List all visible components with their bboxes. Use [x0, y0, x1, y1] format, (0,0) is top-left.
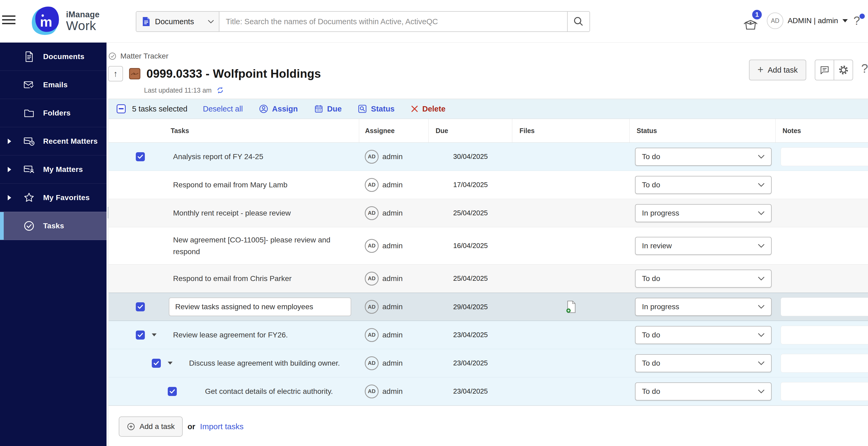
task-title-input[interactable] [169, 297, 351, 316]
user-menu-caret-icon[interactable] [842, 19, 848, 22]
select-all-checkbox[interactable] [117, 104, 126, 114]
chevron-down-icon [758, 244, 765, 248]
assignee-avatar: AD [365, 356, 379, 370]
files-cell [512, 264, 630, 292]
selected-count-label: 5 tasks selected [132, 104, 187, 114]
search-input[interactable] [219, 12, 567, 31]
sidebar-item-tasks[interactable]: Tasks [0, 212, 106, 240]
sidebar-item-label: Tasks [43, 222, 64, 230]
search-scope-dropdown[interactable]: Documents [136, 12, 219, 31]
delete-button[interactable]: Delete [410, 104, 445, 114]
status-dropdown[interactable]: To do [635, 354, 772, 372]
due-date[interactable]: 23/04/2025 [429, 321, 512, 349]
page-help-button[interactable]: ? [861, 61, 868, 75]
due-button[interactable]: Due [314, 104, 342, 114]
task-title[interactable]: Respond to email from Mary Lamb [173, 179, 287, 191]
status-dropdown[interactable]: To do [635, 148, 772, 166]
task-title[interactable]: Monthly rent receipt - please review [173, 207, 291, 219]
notes-input[interactable] [781, 326, 868, 344]
task-title[interactable]: Discuss lease agreement with building ow… [189, 357, 340, 369]
sidebar-item-recent-matters[interactable]: Recent Matters [0, 127, 106, 155]
notification-badge: 1 [751, 9, 763, 20]
due-date[interactable]: 16/04/2025 [429, 227, 512, 264]
status-dropdown[interactable]: To do [635, 382, 772, 401]
due-date[interactable]: 23/04/2025 [429, 349, 512, 377]
sidebar-item-folders[interactable]: Folders [0, 99, 106, 127]
notes-input[interactable] [781, 148, 868, 166]
add-task-button[interactable]: + Add task [749, 60, 806, 81]
files-cell [512, 227, 630, 264]
assign-button[interactable]: Assign [259, 104, 298, 114]
status-dropdown[interactable]: In review [635, 237, 772, 255]
task-title[interactable]: Analysis report of FY 24-25 [173, 151, 263, 162]
chevron-down-icon [758, 155, 765, 159]
task-title[interactable]: New agreement [CO-11005]- please review … [173, 234, 343, 257]
notes-input[interactable] [781, 354, 868, 373]
hamburger-menu-icon[interactable] [2, 15, 16, 27]
add-file-icon[interactable] [566, 300, 577, 313]
assignee-name: admin [382, 153, 403, 161]
assignee-cell: AD admin [359, 199, 429, 227]
collapse-caret-icon[interactable] [168, 362, 173, 364]
status-dropdown[interactable]: To do [635, 269, 772, 288]
sidebar-item-label: My Favorites [43, 193, 90, 202]
assignee-avatar: AD [365, 272, 379, 286]
status-dropdown[interactable]: In progress [635, 298, 772, 316]
notes-input[interactable] [781, 382, 868, 401]
topbar-user-cluster: 1 AD ADMIN | admin ? [743, 9, 864, 32]
status-dropdown[interactable]: To do [635, 176, 772, 194]
due-date[interactable]: 23/04/2025 [429, 377, 512, 405]
search-button[interactable] [567, 12, 589, 31]
comments-button[interactable] [815, 60, 834, 80]
sidebar-item-emails[interactable]: Emails [0, 71, 106, 99]
assignee-avatar: AD [365, 300, 379, 314]
status-button[interactable]: Status [358, 104, 395, 114]
status-value: To do [642, 274, 758, 283]
header-tools [815, 60, 853, 81]
assignee-name: admin [382, 359, 403, 368]
notes-input[interactable] [781, 297, 868, 316]
status-value: In progress [642, 302, 758, 311]
status-dropdown[interactable]: To do [635, 326, 772, 344]
sidebar-item-label: My Matters [43, 165, 83, 174]
notes-cell [776, 171, 868, 199]
settings-button[interactable] [834, 60, 852, 80]
notes-cell [776, 349, 868, 377]
due-date[interactable]: 25/04/2025 [429, 199, 512, 227]
row-checkbox[interactable] [136, 302, 145, 311]
task-row: Review lease agreement for FY26. AD admi… [108, 321, 868, 349]
task-row: AD admin 29/04/2025 In progress [108, 293, 868, 321]
sidebar-item-my-matters[interactable]: My Matters [0, 155, 106, 184]
row-checkbox[interactable] [136, 152, 145, 161]
status-dropdown[interactable]: In progress [635, 204, 772, 222]
due-date[interactable]: 29/04/2025 [429, 293, 512, 321]
sidebar-item-my-favorites[interactable]: My Favorites [0, 184, 106, 212]
document-icon [22, 50, 36, 63]
task-row: Discuss lease agreement with building ow… [108, 349, 868, 377]
task-title[interactable]: Get contact details of electric authorit… [205, 386, 333, 397]
import-tasks-link[interactable]: Import tasks [200, 422, 243, 431]
page-title: 0999.0333 - Wolfpoint Holdings [147, 67, 321, 81]
whats-new-button[interactable]: 1 [743, 9, 761, 32]
task-title[interactable]: Review lease agreement for FY26. [173, 329, 288, 341]
column-header-assignee: Assignee [359, 119, 429, 142]
due-date[interactable]: 17/04/2025 [429, 171, 512, 199]
sidebar-resize-handle[interactable] [107, 207, 108, 219]
due-date[interactable]: 25/04/2025 [429, 264, 512, 292]
plus-icon: + [757, 64, 763, 75]
user-avatar[interactable]: AD [767, 12, 783, 29]
due-date[interactable]: 30/04/2025 [429, 142, 512, 170]
refresh-icon[interactable] [216, 86, 224, 94]
help-button[interactable]: ? [854, 14, 864, 27]
last-updated-row: Last updated 11:13 am [144, 86, 868, 95]
row-checkbox[interactable] [136, 330, 145, 340]
task-title[interactable]: Respond to email from Chris Parker [173, 273, 291, 284]
deselect-all-link[interactable]: Deselect all [203, 104, 243, 114]
collapse-caret-icon[interactable] [152, 333, 157, 337]
row-checkbox[interactable] [152, 359, 161, 368]
sidebar-item-documents[interactable]: Documents [0, 42, 106, 71]
notes-cell [776, 321, 868, 349]
navigate-up-button[interactable]: ↑ [108, 66, 123, 82]
row-checkbox[interactable] [168, 387, 177, 396]
add-a-task-button[interactable]: Add a task [119, 416, 183, 437]
